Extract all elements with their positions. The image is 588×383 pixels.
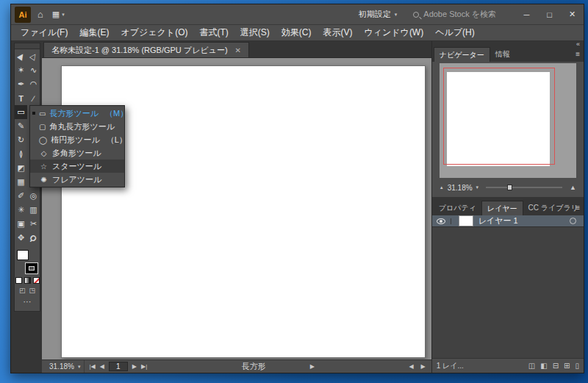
navigator-panel-menu-icon[interactable]: ≡ bbox=[576, 50, 580, 58]
last-artboard-button[interactable]: ▶| bbox=[141, 363, 147, 370]
menu-item[interactable]: 選択(S) bbox=[234, 26, 276, 39]
flyout-item[interactable]: ☆ スターツール bbox=[30, 160, 124, 173]
panel-tab[interactable]: CC ライブラリ bbox=[523, 201, 584, 215]
flyout-item[interactable]: ◇ 多角形ツール bbox=[30, 146, 124, 160]
collect-for-export-icon[interactable]: ◫ bbox=[528, 362, 535, 370]
none-button[interactable] bbox=[33, 277, 40, 284]
zoom-slider[interactable] bbox=[486, 187, 562, 188]
zoom-slider-thumb[interactable] bbox=[507, 185, 512, 190]
delete-layer-icon[interactable]: ▯ bbox=[575, 362, 579, 370]
flyout-item[interactable]: ✺ フレアツール bbox=[30, 173, 124, 186]
workspace-switcher[interactable]: 初期設定 ▾ bbox=[359, 9, 398, 20]
slice-tool[interactable]: ✂ bbox=[27, 217, 40, 231]
panel-tab[interactable]: レイヤー bbox=[481, 201, 523, 215]
menu-item[interactable]: オブジェクト(O) bbox=[115, 26, 193, 39]
tool-icon: ∿ bbox=[30, 65, 37, 75]
layer-target-circle[interactable] bbox=[570, 218, 576, 224]
navigator-tab-bar: ≡ ナビゲーター 情報 bbox=[432, 46, 584, 62]
canvas-area[interactable] bbox=[42, 57, 431, 359]
navigator-view-rectangle[interactable] bbox=[443, 68, 555, 165]
home-icon[interactable]: ⌂ bbox=[37, 9, 43, 20]
document-tab[interactable]: 名称未設定-1 @ 31.18% (RGB/GPU プレビュー) ✕ bbox=[43, 42, 249, 57]
fill-color-swatch[interactable] bbox=[17, 250, 29, 260]
new-sublayer-icon[interactable]: ⊟ bbox=[553, 362, 559, 370]
mesh-tool[interactable]: ▦ bbox=[15, 175, 27, 189]
draw-normal-icon[interactable]: ◰ bbox=[19, 287, 26, 294]
menu-item[interactable]: 効果(C) bbox=[276, 26, 318, 39]
edit-toolbar-button[interactable]: ⋯ bbox=[15, 297, 40, 307]
next-artboard-button[interactable]: ▶ bbox=[132, 363, 137, 370]
tab-close-icon[interactable]: ✕ bbox=[235, 46, 241, 54]
rectangle-tool[interactable]: ▭ bbox=[15, 105, 27, 119]
layer-name[interactable]: レイヤー 1 bbox=[478, 215, 570, 226]
blend-tool[interactable]: ◎ bbox=[27, 189, 40, 203]
lasso-tool[interactable]: ∿ bbox=[27, 63, 40, 77]
flyout-item[interactable]: ▢ 角丸長方形ツール bbox=[30, 120, 124, 133]
scroll-right-icon[interactable]: ▶ bbox=[421, 363, 426, 370]
illustrator-window: Ai ⌂ ▦ ▾ 初期設定 ▾ Adobe Stock を検索 ─ □ ✕ ファ… bbox=[10, 4, 584, 373]
eyedropper-tool[interactable]: ✐ bbox=[15, 189, 27, 203]
title-bar[interactable]: Ai ⌂ ▦ ▾ 初期設定 ▾ Adobe Stock を検索 ─ □ ✕ bbox=[11, 4, 584, 25]
new-layer-icon[interactable]: ⊞ bbox=[564, 362, 570, 370]
flyout-item[interactable]: ▭ 長方形ツール （M） bbox=[30, 107, 124, 120]
color-mode-buttons bbox=[15, 277, 40, 284]
pencil-tool[interactable]: ✎ bbox=[15, 119, 27, 133]
scroll-left-icon[interactable]: ◀ bbox=[409, 363, 413, 370]
rotate-tool[interactable]: ↻ bbox=[15, 133, 27, 147]
stroke-color-swatch[interactable] bbox=[26, 263, 37, 273]
menu-item[interactable]: ファイル(F) bbox=[15, 26, 74, 39]
graph-tool[interactable]: ▥ bbox=[27, 203, 40, 217]
flyout-tool-label: フレアツール bbox=[52, 174, 101, 185]
hand-tool[interactable]: ✥ bbox=[15, 231, 27, 245]
arrange-documents-button[interactable]: ▦ ▾ bbox=[52, 10, 65, 19]
panel-tab[interactable]: プロパティ bbox=[434, 201, 481, 215]
adobe-stock-search[interactable]: Adobe Stock を検索 bbox=[413, 9, 496, 20]
layer-thumbnail[interactable] bbox=[459, 215, 473, 226]
layers-panel-menu-icon[interactable]: ≡ bbox=[576, 204, 580, 212]
minimize-button[interactable]: ─ bbox=[515, 4, 538, 24]
symbol-sprayer-tool[interactable]: ✳ bbox=[15, 203, 27, 217]
curvature-tool[interactable]: ◠ bbox=[27, 77, 40, 91]
width-tool[interactable]: ≬ bbox=[15, 147, 27, 161]
menu-item[interactable]: 表示(V) bbox=[317, 26, 358, 39]
zoom-tool[interactable]: Ϙ bbox=[27, 231, 40, 245]
magic-wand-tool[interactable]: ✶ bbox=[15, 63, 27, 77]
line-segment-tool[interactable]: ∕ bbox=[27, 91, 40, 105]
visibility-toggle[interactable] bbox=[432, 218, 451, 224]
make-mask-icon[interactable]: ◧ bbox=[540, 362, 547, 370]
menu-item[interactable]: 編集(E) bbox=[74, 26, 115, 39]
draw-behind-icon[interactable]: ◳ bbox=[29, 287, 36, 294]
flyout-tool-label: 長方形ツール bbox=[49, 108, 98, 119]
first-artboard-button[interactable]: |◀ bbox=[89, 363, 95, 370]
flyout-item[interactable]: ◯ 楕円形ツール （L） bbox=[30, 133, 124, 146]
panel-tab[interactable]: 情報 bbox=[490, 47, 515, 62]
previous-artboard-button[interactable]: ◀ bbox=[100, 363, 104, 370]
menu-item[interactable]: ウィンドウ(W) bbox=[358, 26, 429, 39]
color-button[interactable] bbox=[15, 277, 22, 284]
pen-tool[interactable]: ✒ bbox=[15, 77, 27, 91]
direct-selection-tool[interactable]: ▷ bbox=[27, 49, 40, 63]
selection-tool[interactable]: ▶ bbox=[15, 49, 27, 63]
flyout-tool-icon: ☆ bbox=[39, 162, 49, 171]
toolbar-grip[interactable] bbox=[15, 43, 40, 49]
zoom-out-icon[interactable]: ▲ bbox=[440, 185, 444, 190]
status-zoom-dropdown[interactable]: 31.18% ▾ bbox=[46, 360, 85, 373]
menu-item[interactable]: 書式(T) bbox=[193, 26, 234, 39]
menu-bar: ファイル(F) 編集(E) オブジェクト(O) 書式(T) 選択(S) 効果(C… bbox=[11, 25, 584, 41]
status-expand-icon[interactable]: ▶ bbox=[310, 363, 315, 370]
type-tool[interactable]: T bbox=[15, 91, 27, 105]
tool-icon: ∕ bbox=[33, 94, 35, 103]
zoom-in-icon[interactable]: ▲ bbox=[570, 184, 576, 191]
tool-icon: ≬ bbox=[19, 149, 23, 159]
close-button[interactable]: ✕ bbox=[561, 4, 584, 24]
panel-tab[interactable]: ナビゲーター bbox=[434, 47, 490, 62]
navigator-zoom-value[interactable]: 31.18% bbox=[448, 184, 473, 192]
layer-row[interactable]: レイヤー 1 bbox=[432, 215, 584, 227]
artboard-number-field[interactable]: 1 bbox=[109, 362, 128, 371]
gradient-button[interactable] bbox=[24, 277, 31, 284]
layers-actions: ◫ ◧ ⊟ ⊞ ▯ bbox=[528, 362, 579, 370]
maximize-button[interactable]: □ bbox=[538, 4, 561, 24]
artboard-tool[interactable]: ▣ bbox=[15, 217, 27, 231]
shape-builder-tool[interactable]: ◩ bbox=[15, 161, 27, 175]
menu-item[interactable]: ヘルプ(H) bbox=[429, 26, 481, 39]
